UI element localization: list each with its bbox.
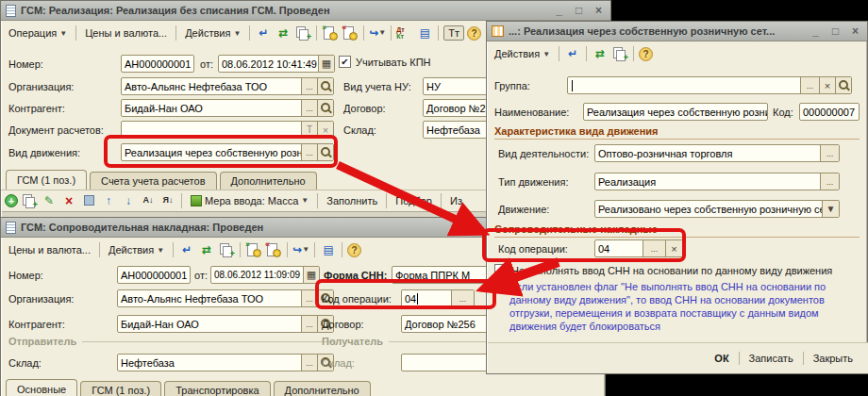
post-document-icon[interactable]: »	[245, 242, 262, 257]
move-down-icon[interactable]: ↓	[120, 193, 137, 208]
tab-additional[interactable]: Дополнительно	[220, 172, 317, 190]
save-and-close-icon[interactable]: ↵	[564, 46, 581, 61]
code-field[interactable]: 000000007	[799, 103, 860, 121]
from-button[interactable]: Из	[446, 194, 466, 207]
sender-warehouse-field[interactable]: Нефтебаза...	[117, 354, 334, 371]
clear-button[interactable]: ×	[665, 240, 682, 256]
copy-add-icon[interactable]: +	[611, 46, 628, 61]
settledoc-field[interactable]: Т×	[121, 121, 334, 139]
write-button[interactable]: Записать	[740, 349, 803, 368]
ellipsis-button[interactable]: ...	[451, 290, 474, 306]
copy-add-icon[interactable]: +	[294, 25, 311, 41]
journal-icon[interactable]: ▤	[320, 242, 337, 257]
ellipsis-button[interactable]: ...	[820, 145, 839, 161]
movement-combo[interactable]: Реализовано через собственную розничную …	[594, 200, 840, 218]
ellipsis-button[interactable]: ...	[643, 240, 665, 256]
help-icon[interactable]: ?	[639, 47, 653, 61]
fill-button[interactable]: Заполнить	[323, 194, 381, 207]
ellipsis-button[interactable]: ...	[800, 77, 819, 93]
help-icon[interactable]: ?	[347, 243, 361, 257]
number-field[interactable]: АН000000001	[121, 55, 194, 73]
close-dialog-button[interactable]: Закрыть	[804, 349, 862, 368]
ellipsis-button[interactable]: ...	[301, 355, 317, 371]
maximize-button[interactable]: □	[828, 25, 843, 38]
org-field[interactable]: Авто-Альянс Нефтебаза ТОО...	[117, 289, 334, 307]
actions-menu[interactable]: Действия▼	[181, 26, 244, 40]
tab-gsm[interactable]: ГСМ (1 поз.)	[6, 170, 87, 190]
add-row-icon[interactable]: +	[5, 194, 18, 207]
tab-transport[interactable]: Транспортировка	[164, 381, 270, 396]
minimize-button[interactable]: _	[809, 25, 823, 38]
minimize-button[interactable]: _	[552, 4, 566, 17]
kpn-checkbox[interactable]: ✔	[339, 56, 351, 68]
post-document-icon[interactable]: »	[322, 25, 339, 41]
refresh-icon[interactable]: ⇄	[592, 46, 609, 61]
help-icon[interactable]: ?	[467, 26, 481, 41]
measure-button[interactable]: Мера ввода: Масса▼	[187, 194, 312, 207]
dropdown-button[interactable]: ▼	[822, 201, 839, 217]
group-field[interactable]: ...×	[567, 76, 852, 94]
clear-button[interactable]: ×	[317, 122, 333, 138]
unpost-document-icon[interactable]: «	[342, 25, 359, 41]
movement-type-field[interactable]: Реализация...	[594, 173, 840, 190]
no-snn-checkbox-row[interactable]: Не выполнять ввод СНН на основании по да…	[494, 264, 832, 276]
close-button[interactable]: ×	[592, 4, 606, 17]
sort-asc-icon[interactable]: А↓	[140, 193, 157, 208]
tab-additional[interactable]: Дополнительно	[274, 381, 371, 396]
copy-row-icon[interactable]: +	[21, 193, 38, 208]
activity-field[interactable]: Оптово-розничная торговля...	[594, 144, 840, 162]
type-button[interactable]: Т	[301, 122, 317, 138]
ok-button[interactable]: ОК	[705, 349, 738, 368]
titlebar-realizaciya[interactable]: ГСМ: Реализация: Реализация без списания…	[1, 1, 610, 21]
calendar-icon[interactable]: ▦	[318, 56, 334, 72]
name-field[interactable]: Реализация через собственную розничную с…	[583, 103, 768, 121]
ellipsis-button[interactable]: ...	[301, 316, 317, 332]
clear-button[interactable]: ×	[819, 77, 835, 93]
tab-main[interactable]: Основные	[6, 379, 77, 396]
ellipsis-button[interactable]: ...	[820, 173, 839, 190]
maximize-button[interactable]: □	[572, 4, 586, 17]
contractor-field[interactable]: Бидай-Нан ОАО...	[117, 315, 334, 333]
movement-kind-field[interactable]: Реализация через собственную розничную с…	[121, 143, 334, 161]
journal-icon[interactable]: ▤	[416, 25, 433, 41]
actions-menu[interactable]: Действия▼	[105, 243, 168, 256]
pick-button[interactable]: Подбор	[392, 194, 436, 207]
opcode-field[interactable]: 04...	[401, 289, 475, 307]
move-up-icon[interactable]: ↑	[100, 193, 117, 208]
dt-kt-icon[interactable]: ДтКт	[396, 25, 413, 41]
date-field[interactable]: 08.06.2012 10:41:49▦	[218, 55, 335, 73]
close-button[interactable]: ×	[848, 25, 862, 38]
open-button[interactable]	[317, 100, 333, 116]
post-and-close-icon[interactable]: ↵	[255, 25, 272, 41]
save-grid-icon[interactable]	[80, 193, 97, 208]
open-button[interactable]	[317, 78, 333, 94]
titlebar-movement-kind[interactable]: ...: Реализация через собственную рознич…	[487, 22, 867, 41]
tab-gsm[interactable]: ГСМ (1 поз.)	[80, 381, 161, 396]
prices-currency-menu[interactable]: Цены и валюта...	[5, 243, 94, 256]
ellipsis-button[interactable]: ...	[301, 144, 317, 160]
totals-toggle-button[interactable]: Тт	[443, 25, 464, 41]
post-and-close-icon[interactable]: ↵	[178, 242, 195, 257]
open-button[interactable]	[317, 144, 333, 160]
org-field[interactable]: Авто-Альянс Нефтебаза ТОО...	[121, 77, 334, 95]
no-snn-checkbox[interactable]	[494, 264, 507, 276]
number-field[interactable]: АН000000001	[117, 266, 191, 284]
refresh-icon[interactable]: ⇄	[275, 25, 292, 41]
unpost-document-icon[interactable]: «	[265, 242, 282, 257]
create-based-on-icon[interactable]: ↪▼	[292, 242, 309, 257]
copy-add-icon[interactable]: +	[218, 242, 235, 257]
ellipsis-button[interactable]: ...	[301, 290, 317, 306]
edit-row-icon[interactable]: ✎	[41, 193, 58, 208]
prices-currency-menu[interactable]: Цены и валюта...	[81, 26, 171, 40]
ellipsis-button[interactable]: ...	[301, 100, 317, 116]
operation-menu[interactable]: Операция▼	[5, 26, 71, 40]
tab-accounts[interactable]: Счета учета расчетов	[90, 172, 216, 190]
calendar-icon[interactable]: ▦	[303, 267, 319, 283]
sort-desc-icon[interactable]: Я↓	[159, 193, 176, 208]
date-field[interactable]: 08.06.2012 11:09:09▦	[210, 266, 320, 284]
opcode-field[interactable]: 04...×	[594, 239, 683, 257]
kpn-checkbox-row[interactable]: ✔Учитывать КПН	[339, 56, 431, 68]
open-button[interactable]	[835, 77, 851, 93]
contractor-field[interactable]: Бидай-Нан ОАО...	[121, 99, 334, 117]
actions-menu[interactable]: Действия▼	[491, 47, 554, 60]
